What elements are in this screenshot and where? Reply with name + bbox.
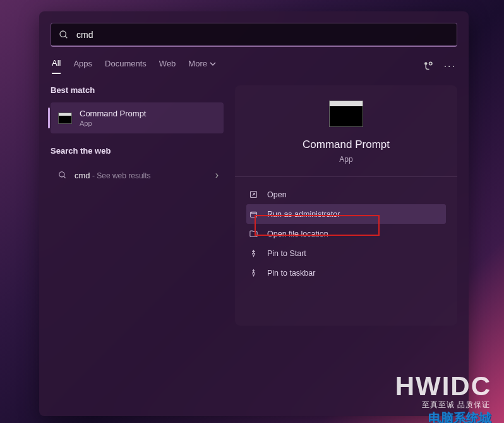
- web-query: cmd: [75, 171, 90, 180]
- tab-documents[interactable]: Documents: [105, 59, 147, 73]
- windows-search-panel: All Apps Documents Web More ··· Best mat…: [39, 11, 469, 416]
- search-icon: [58, 171, 67, 180]
- tab-more[interactable]: More: [188, 59, 216, 73]
- preview-panel: Command Prompt App Open Run as administr…: [235, 85, 457, 326]
- action-run-as-administrator[interactable]: Run as administrator: [246, 204, 446, 224]
- action-pin-to-taskbar[interactable]: Pin to taskbar: [246, 263, 446, 283]
- settings-flow-icon[interactable]: [423, 61, 434, 72]
- svg-point-2: [424, 62, 428, 65]
- preview-column: Command Prompt App Open Run as administr…: [235, 85, 469, 326]
- result-title: Command Prompt: [80, 109, 146, 118]
- folder-icon: [249, 229, 258, 238]
- search-icon: [59, 30, 69, 40]
- search-tabs: All Apps Documents Web More ···: [39, 58, 469, 74]
- preview-subtitle: App: [339, 155, 352, 164]
- web-search-result[interactable]: cmd - See web results ›: [51, 163, 224, 187]
- best-match-result[interactable]: Command Prompt App: [51, 102, 224, 133]
- admin-shield-icon: [249, 209, 258, 219]
- web-suffix: - See web results: [90, 171, 151, 180]
- result-subtitle: App: [80, 120, 146, 127]
- best-match-label: Best match: [51, 85, 224, 95]
- search-web-label: Search the web: [51, 146, 224, 156]
- tab-apps[interactable]: Apps: [73, 59, 92, 73]
- command-prompt-icon: [329, 101, 363, 127]
- svg-line-1: [65, 36, 67, 38]
- more-options-icon[interactable]: ···: [444, 61, 456, 72]
- svg-point-0: [60, 31, 66, 37]
- action-open[interactable]: Open: [246, 185, 446, 204]
- action-pin-to-start[interactable]: Pin to Start: [246, 243, 446, 263]
- open-icon: [249, 190, 258, 199]
- svg-point-4: [59, 172, 64, 177]
- chevron-right-icon: ›: [215, 169, 219, 181]
- tab-web[interactable]: Web: [159, 59, 176, 73]
- watermark-secondary: 电脑系统城: [428, 410, 491, 423]
- action-open-file-location[interactable]: Open file location: [246, 224, 446, 243]
- svg-point-8: [251, 212, 252, 213]
- chevron-down-icon: [210, 61, 216, 67]
- pin-icon: [249, 248, 258, 258]
- search-bar[interactable]: [51, 23, 457, 47]
- pin-icon: [249, 268, 258, 278]
- watermark-logo: HWIDC: [395, 371, 491, 402]
- preview-title: Command Prompt: [303, 138, 390, 151]
- tab-all[interactable]: All: [52, 58, 61, 74]
- watermark-tagline: 至真至诚 品质保证: [422, 400, 490, 410]
- results-column: Best match Command Prompt App Search the…: [39, 85, 235, 326]
- svg-point-3: [429, 62, 432, 65]
- svg-line-5: [64, 176, 66, 178]
- command-prompt-icon: [58, 113, 72, 124]
- search-input[interactable]: [76, 30, 449, 40]
- divider: [235, 176, 457, 177]
